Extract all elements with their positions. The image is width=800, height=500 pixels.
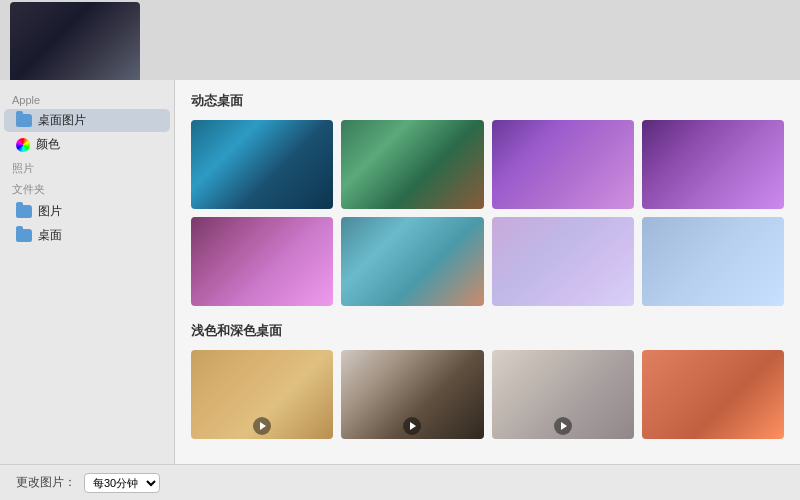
wallpaper-thumb[interactable] <box>191 217 333 306</box>
sidebar-item-desktop-folder[interactable]: 桌面 <box>4 224 170 247</box>
wallpaper-content: 动态桌面 浅色和深色桌面 <box>175 80 800 464</box>
sidebar-photos-label: 照片 <box>0 157 174 178</box>
folder-icon <box>16 229 32 242</box>
sidebar-item-label: 颜色 <box>36 136 60 153</box>
wallpaper-thumb[interactable] <box>341 350 483 439</box>
wallpaper-thumb[interactable] <box>492 217 634 306</box>
wallpaper-thumb[interactable] <box>191 120 333 209</box>
wallpaper-thumb[interactable] <box>642 217 784 306</box>
sidebar-item-desktop-pictures[interactable]: 桌面图片 <box>4 109 170 132</box>
sidebar: Apple 桌面图片 颜色 照片 文件夹 图片 桌面 <box>0 80 175 464</box>
folder-icon <box>16 205 32 218</box>
wallpaper-thumb[interactable] <box>642 120 784 209</box>
play-button-icon <box>253 417 271 435</box>
sidebar-item-label: 桌面图片 <box>38 112 86 129</box>
sidebar-files-label: 文件夹 <box>0 178 174 199</box>
interval-select[interactable]: 每30分钟 每小时 每天 登录时 唤醒时 <box>84 473 160 493</box>
change-picture-label: 更改图片： <box>16 474 76 491</box>
wallpaper-thumb[interactable] <box>642 350 784 439</box>
sidebar-item-colors[interactable]: 颜色 <box>4 133 170 156</box>
sidebar-item-label: 图片 <box>38 203 62 220</box>
wallpaper-thumb[interactable] <box>341 120 483 209</box>
bottom-bar: 更改图片： 每30分钟 每小时 每天 登录时 唤醒时 <box>0 464 800 500</box>
sidebar-item-label: 桌面 <box>38 227 62 244</box>
color-wheel-icon <box>16 138 30 152</box>
light-dark-wallpaper-grid <box>191 350 784 439</box>
folder-icon <box>16 114 32 127</box>
sidebar-apple-label: Apple <box>0 90 174 108</box>
dynamic-wallpaper-grid <box>191 120 784 306</box>
wallpaper-thumb[interactable] <box>492 350 634 439</box>
preview-area <box>0 0 800 80</box>
current-wallpaper-preview <box>10 2 140 80</box>
sidebar-item-pictures[interactable]: 图片 <box>4 200 170 223</box>
wallpaper-thumb[interactable] <box>492 120 634 209</box>
light-dark-section-title: 浅色和深色桌面 <box>191 322 784 340</box>
wallpaper-thumb[interactable] <box>191 350 333 439</box>
wallpaper-thumb[interactable] <box>341 217 483 306</box>
play-button-icon <box>403 417 421 435</box>
dynamic-section-title: 动态桌面 <box>191 92 784 110</box>
main-area: Apple 桌面图片 颜色 照片 文件夹 图片 桌面 动态桌面 <box>0 80 800 464</box>
play-button-icon <box>554 417 572 435</box>
